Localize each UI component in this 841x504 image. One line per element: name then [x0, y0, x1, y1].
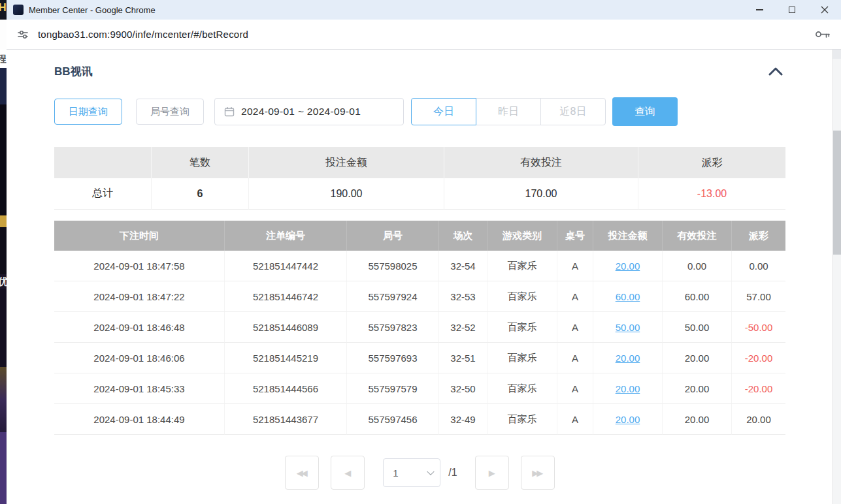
summary-bet-amount-value: 190.00: [248, 178, 444, 210]
url-text[interactable]: tongbao31.com:9900/infe/mcenter/#/betRec…: [38, 29, 248, 40]
cell-table-no: A: [557, 312, 593, 343]
summary-header-payout: 派彩: [638, 147, 785, 178]
col-header-payout: 派彩: [731, 221, 785, 251]
cell-table-no: A: [557, 343, 593, 373]
screen: H 程 优 Member Center - Google Chrome: [0, 0, 841, 504]
cell-payout: 57.00: [731, 281, 785, 312]
bet-amount-link[interactable]: 20.00: [616, 260, 640, 272]
bet-amount-link[interactable]: 50.00: [616, 322, 640, 333]
cell-valid-bet: 50.00: [662, 312, 731, 343]
cell-round-no: 557597693: [346, 343, 438, 373]
bg-segment: [0, 215, 7, 227]
bg-fragment: 优: [0, 276, 7, 288]
bet-amount-link[interactable]: 20.00: [616, 383, 640, 394]
chevron-up-icon: [768, 67, 783, 76]
cell-valid-bet: 20.00: [662, 373, 731, 404]
bet-amount-link[interactable]: 60.00: [616, 291, 640, 302]
cell-session: 32-52: [438, 312, 487, 343]
maximize-button[interactable]: [776, 0, 808, 20]
date-range-input[interactable]: 2024-09-01 ~ 2024-09-01: [214, 98, 404, 125]
section-title: BB视讯: [54, 64, 93, 79]
cell-table-no: A: [557, 373, 593, 404]
col-header-game-type: 游戏类别: [487, 221, 557, 251]
password-key-icon[interactable]: [815, 29, 831, 39]
section-header: BB视讯: [54, 64, 785, 79]
first-page-button[interactable]: ◀◀: [285, 456, 319, 490]
bg-segment: 程: [0, 50, 7, 68]
prev-page-button[interactable]: ◀: [331, 456, 365, 490]
window-controls: [743, 0, 841, 20]
table-row: 2024-09-01 18:47:58 521851447442 5575980…: [54, 251, 785, 281]
cell-game-type: 百家乐: [487, 251, 557, 281]
page-select[interactable]: 1: [383, 458, 440, 487]
last-page-button[interactable]: ▶▶: [521, 456, 555, 490]
summary-header-count: 笔数: [151, 147, 248, 178]
bg-segment: H: [0, 0, 7, 20]
bg-segment: [0, 227, 7, 274]
collapse-section-button[interactable]: [766, 65, 785, 78]
cell-bet-no: 521851446742: [224, 281, 346, 312]
filter-bar: 日期查询 局号查询 2024-09-01 ~ 2024-09-01 今日 昨日 …: [54, 97, 785, 126]
yesterday-button[interactable]: 昨日: [476, 98, 541, 125]
vertical-scrollbar[interactable]: [832, 50, 841, 504]
col-header-bet-amount: 投注金额: [593, 221, 662, 251]
minimize-button[interactable]: [743, 0, 776, 20]
browser-window: Member Center - Google Chrome tongbao31.…: [7, 0, 841, 504]
cell-table-no: A: [557, 251, 593, 281]
scrollbar-thumb[interactable]: [833, 131, 841, 255]
minimize-icon: [756, 9, 763, 10]
cell-session: 32-50: [438, 373, 487, 404]
page-select-wrap: 1: [383, 458, 440, 487]
col-header-bet-no: 注单编号: [224, 221, 346, 251]
round-query-button[interactable]: 局号查询: [136, 99, 204, 125]
table-row: 2024-09-01 18:45:33 521851444566 5575975…: [54, 373, 785, 404]
cell-round-no: 557597456: [346, 404, 438, 435]
summary-total-row: 总计 6 190.00 170.00 -13.00: [54, 178, 785, 210]
cell-round-no: 557597823: [346, 312, 438, 343]
address-bar[interactable]: tongbao31.com:9900/infe/mcenter/#/betRec…: [7, 20, 841, 50]
col-header-valid-bet: 有效投注: [662, 221, 731, 251]
cell-session: 32-53: [438, 281, 487, 312]
summary-header-valid-bet: 有效投注: [444, 147, 638, 178]
table-row: 2024-09-01 18:47:22 521851446742 5575979…: [54, 281, 785, 312]
search-button[interactable]: 查询: [612, 97, 678, 126]
next-page-button[interactable]: ▶: [475, 456, 509, 490]
cell-time: 2024-09-01 18:44:49: [54, 404, 224, 435]
site-settings-icon[interactable]: [17, 29, 29, 40]
scrollbar-up-button[interactable]: [833, 50, 841, 59]
cell-table-no: A: [557, 404, 593, 435]
prev-page-icon: ◀: [344, 468, 349, 478]
bg-segment: [0, 367, 7, 432]
bg-segment: [0, 104, 7, 215]
quick-range-group: 今日 昨日 近8日: [411, 98, 606, 125]
pagination: ◀◀ ◀ 1 /1 ▶ ▶▶: [54, 456, 785, 490]
cell-game-type: 百家乐: [487, 312, 557, 343]
bet-amount-link[interactable]: 20.00: [616, 414, 640, 425]
close-icon: [821, 6, 829, 14]
today-button[interactable]: 今日: [411, 98, 476, 125]
cell-round-no: 557598025: [346, 251, 438, 281]
cell-game-type: 百家乐: [487, 343, 557, 373]
last-8-days-button[interactable]: 近8日: [540, 98, 606, 125]
bet-records-table: 下注时间 注单编号 局号 场次 游戏类别 桌号 投注金额 有效投注 派彩 202…: [54, 221, 785, 435]
summary-payout-value: -13.00: [638, 178, 785, 210]
col-header-time: 下注时间: [54, 221, 224, 251]
close-button[interactable]: [808, 0, 841, 20]
cell-bet-no: 521851444566: [224, 373, 346, 404]
cell-game-type: 百家乐: [487, 373, 557, 404]
cell-round-no: 557597924: [346, 281, 438, 312]
cell-time: 2024-09-01 18:45:33: [54, 373, 224, 404]
cell-bet-no: 521851447442: [224, 251, 346, 281]
cell-bet-no: 521851443677: [224, 404, 346, 435]
bg-segment: [0, 68, 7, 104]
calendar-icon: [224, 106, 235, 117]
cell-time: 2024-09-01 18:47:58: [54, 251, 224, 281]
bet-amount-link[interactable]: 20.00: [616, 353, 640, 364]
date-query-button[interactable]: 日期查询: [54, 99, 122, 125]
cell-valid-bet: 20.00: [662, 343, 731, 373]
date-range-value: 2024-09-01 ~ 2024-09-01: [241, 106, 361, 118]
cell-payout: -20.00: [731, 373, 785, 404]
cell-valid-bet: 0.00: [662, 251, 731, 281]
cell-valid-bet: 20.00: [662, 404, 731, 435]
cell-session: 32-54: [438, 251, 487, 281]
